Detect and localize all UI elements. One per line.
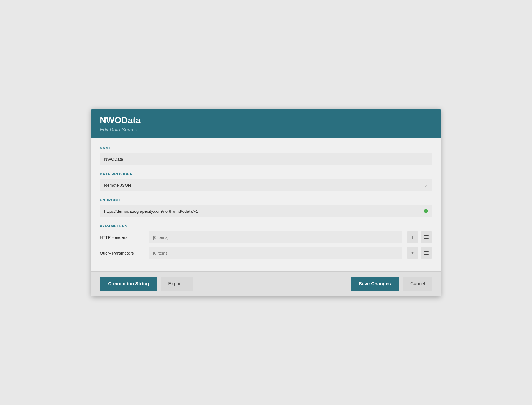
name-divider	[115, 148, 432, 148]
dialog-footer: Connection String Export... Save Changes…	[91, 271, 441, 296]
endpoint-input[interactable]	[100, 205, 432, 217]
http-headers-row: HTTP Headers +	[100, 231, 432, 243]
http-headers-label: HTTP Headers	[100, 235, 144, 240]
connection-string-button[interactable]: Connection String	[100, 277, 157, 291]
connection-status-indicator	[424, 209, 428, 213]
edit-datasource-dialog: NWOData Edit Data Source NAME DATA PROVI…	[91, 109, 441, 296]
parameters-section: PARAMETERS HTTP Headers +	[100, 224, 432, 259]
export-button[interactable]: Export...	[161, 277, 193, 291]
endpoint-section: ENDPOINT	[100, 198, 432, 217]
query-parameters-label: Query Parameters	[100, 251, 144, 255]
query-parameters-row: Query Parameters +	[100, 247, 432, 259]
hamburger-icon-2	[424, 251, 429, 255]
endpoint-label: ENDPOINT	[100, 198, 121, 202]
endpoint-divider	[125, 200, 433, 200]
data-provider-section-header: DATA PROVIDER	[100, 172, 432, 176]
save-changes-button[interactable]: Save Changes	[351, 277, 399, 291]
data-provider-label: DATA PROVIDER	[100, 172, 133, 176]
dialog-content: NAME DATA PROVIDER Remote JSON SQL Serve…	[91, 138, 441, 271]
dialog-subtitle: Edit Data Source	[100, 127, 432, 133]
http-headers-input[interactable]	[149, 231, 402, 243]
hamburger-icon	[424, 235, 429, 239]
endpoint-section-header: ENDPOINT	[100, 198, 432, 202]
data-provider-divider	[137, 174, 432, 174]
dialog-title: NWOData	[100, 115, 432, 125]
data-provider-select[interactable]: Remote JSON SQL Server OData REST API	[100, 179, 432, 191]
name-section-header: NAME	[100, 146, 432, 150]
name-label: NAME	[100, 146, 111, 150]
query-parameters-actions: +	[407, 247, 432, 259]
endpoint-wrapper	[100, 205, 432, 217]
data-provider-section: DATA PROVIDER Remote JSON SQL Server ODa…	[100, 172, 432, 191]
parameters-section-header: PARAMETERS	[100, 224, 432, 228]
parameters-grid: HTTP Headers +	[100, 231, 432, 259]
query-parameters-input[interactable]	[149, 247, 402, 259]
query-parameters-add-button[interactable]: +	[407, 247, 418, 259]
dialog-header: NWOData Edit Data Source	[91, 109, 441, 138]
data-provider-wrapper: Remote JSON SQL Server OData REST API ⌄	[100, 179, 432, 191]
http-headers-actions: +	[407, 231, 432, 243]
name-section: NAME	[100, 146, 432, 165]
name-input[interactable]	[100, 153, 432, 165]
parameters-label: PARAMETERS	[100, 224, 127, 228]
http-headers-menu-button[interactable]	[421, 231, 432, 243]
cancel-button[interactable]: Cancel	[403, 277, 432, 291]
parameters-divider	[131, 226, 432, 226]
query-parameters-menu-button[interactable]	[421, 247, 432, 259]
http-headers-add-button[interactable]: +	[407, 231, 418, 243]
